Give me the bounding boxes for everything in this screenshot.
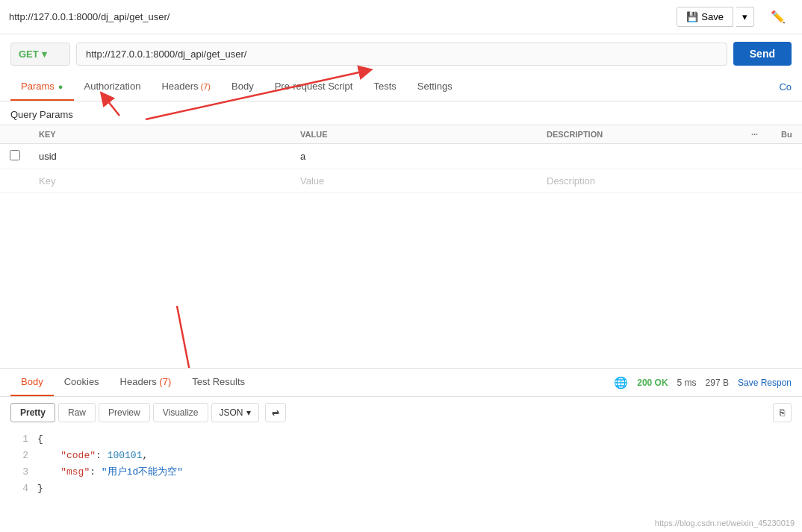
url-input[interactable] — [76, 43, 727, 66]
resp-tab-cookies[interactable]: Cookies — [54, 369, 110, 396]
col-checkbox — [0, 125, 30, 144]
response-tabs-bar: Body Cookies Headers (7) Test Results 🌐 … — [0, 369, 802, 397]
tab-tests[interactable]: Tests — [363, 73, 406, 101]
tab-headers[interactable]: Headers (7) — [151, 73, 221, 101]
json-viewer: 1{ 2 "code": 100101, 3 "msg": "用户id不能为空"… — [0, 428, 802, 500]
request-tabs-bar: Params ● Authorization Headers (7) Body … — [0, 73, 802, 101]
param-key[interactable]: usid — [30, 144, 291, 169]
json-format-select[interactable]: JSON ▾ — [211, 403, 259, 422]
json-line-3: 3 "msg": "用户id不能为空" — [10, 464, 792, 481]
json-line-1: 1{ — [10, 431, 792, 448]
watermark: https://blog.csdn.net/weixin_45230019 — [655, 519, 795, 528]
col-value: VALUE — [291, 125, 538, 144]
col-bulk2: Bu — [772, 125, 802, 144]
resp-tab-test-results[interactable]: Test Results — [181, 369, 255, 396]
resp-tab-body[interactable]: Body — [10, 369, 54, 396]
params-badge: ● — [56, 82, 63, 91]
row-checkbox[interactable] — [10, 150, 20, 160]
table-row-placeholder: Key Value Description — [0, 169, 802, 193]
pencil-icon: ✏️ — [771, 10, 786, 23]
copy-button[interactable]: ⎘ — [773, 403, 792, 422]
response-status-bar: 🌐 200 OK 5 ms 297 B Save Respon — [614, 376, 792, 389]
json-line-2: 2 "code": 100101, — [10, 448, 792, 464]
edit-button[interactable]: ✏️ — [763, 6, 793, 28]
response-time: 5 ms — [677, 378, 697, 388]
params-table: KEY VALUE DESCRIPTION ··· Bu usid a Key … — [0, 125, 802, 193]
send-button[interactable]: Send — [733, 42, 792, 66]
save-response-button[interactable]: Save Respon — [738, 378, 792, 388]
col-description: DESCRIPTION — [538, 125, 742, 144]
top-actions: 💾 Save ▾ ✏️ — [677, 6, 793, 28]
status-200: 200 OK — [637, 378, 668, 388]
method-chevron-icon: ▾ — [42, 48, 47, 60]
top-url: http://127.0.0.1:8000/dj_api/get_user/ — [9, 11, 669, 22]
response-section: Body Cookies Headers (7) Test Results 🌐 … — [0, 368, 802, 532]
format-bar: Pretty Raw Preview Visualize JSON ▾ ⇌ ⎘ — [0, 397, 802, 428]
placeholder-description[interactable]: Description — [538, 169, 742, 193]
query-params-label: Query Params — [0, 101, 802, 125]
resp-tab-headers[interactable]: Headers (7) — [110, 369, 182, 396]
tab-authorization[interactable]: Authorization — [74, 73, 152, 101]
response-size: 297 B — [706, 378, 729, 388]
method-select[interactable]: GET ▾ — [10, 43, 70, 66]
table-row: usid a — [0, 144, 802, 169]
tab-settings[interactable]: Settings — [407, 73, 463, 101]
format-chevron-icon: ▾ — [246, 407, 251, 418]
save-icon: 💾 — [686, 11, 698, 22]
tab-body[interactable]: Body — [221, 73, 264, 101]
placeholder-key[interactable]: Key — [30, 169, 291, 193]
tab-prerequest[interactable]: Pre-request Script — [264, 73, 364, 101]
wrap-button[interactable]: ⇌ — [265, 403, 286, 422]
save-dropdown-button[interactable]: ▾ — [736, 7, 754, 27]
param-bulk2 — [772, 144, 802, 169]
param-value[interactable]: a — [291, 144, 538, 169]
json-line-4: 4} — [10, 481, 792, 497]
format-pretty-button[interactable]: Pretty — [10, 403, 55, 422]
col-bulk-dots: ··· — [742, 125, 772, 144]
format-visualize-button[interactable]: Visualize — [153, 403, 208, 422]
globe-icon: 🌐 — [614, 376, 628, 389]
request-bar: GET ▾ Send — [0, 34, 802, 73]
top-bar: http://127.0.0.1:8000/dj_api/get_user/ 💾… — [0, 0, 802, 34]
param-description[interactable] — [538, 144, 742, 169]
param-bulk — [742, 144, 772, 169]
format-preview-button[interactable]: Preview — [99, 403, 150, 422]
tab-more[interactable]: Co — [779, 81, 792, 93]
tab-params[interactable]: Params ● — [10, 73, 74, 101]
method-label: GET — [19, 48, 39, 60]
col-key: KEY — [30, 125, 291, 144]
format-raw-button[interactable]: Raw — [58, 403, 96, 422]
placeholder-value[interactable]: Value — [291, 169, 538, 193]
save-button[interactable]: 💾 Save — [677, 7, 733, 27]
